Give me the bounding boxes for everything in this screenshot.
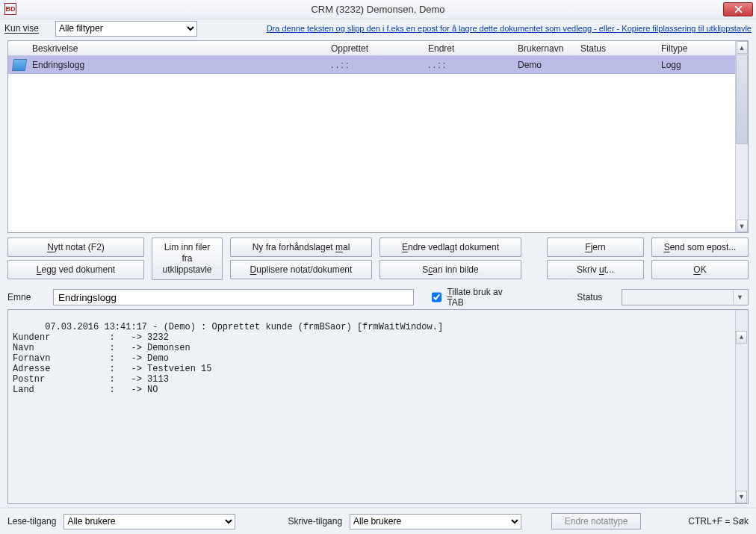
edit-attached-doc-button[interactable]: Endre vedlagt dokument	[379, 237, 521, 257]
grid-body: Endringslogg . . : : . . : : Demo Logg	[8, 56, 748, 232]
new-note-button[interactable]: Nytt notat (F2)	[7, 237, 144, 257]
cell-endret: . . : :	[424, 56, 513, 73]
kun-vise-label: Kun vise	[4, 23, 51, 34]
emne-label: Emne	[7, 292, 46, 302]
crm-window: BD CRM (3232) Demonsen, Demo Kun vise Al…	[0, 0, 756, 534]
table-row[interactable]: Endringslogg . . : : . . : : Demo Logg	[8, 56, 748, 74]
read-access-select[interactable]: Alle brukere	[63, 514, 235, 530]
subject-row: Emne Tillate bruk av TAB Status ▼	[0, 284, 756, 309]
cell-filtype: Logg	[657, 56, 718, 73]
change-notetype-button[interactable]: Endre notattype	[551, 513, 641, 530]
filetype-filter-select[interactable]: Alle filtyper	[55, 21, 197, 37]
paste-files-button[interactable]: Lim inn filer fra utklippstavle	[152, 237, 223, 280]
scroll-up-icon[interactable]: ▲	[737, 41, 748, 54]
scroll-down-icon[interactable]: ▼	[737, 220, 748, 232]
grid-scrollbar[interactable]: ▲ ▼	[735, 41, 748, 232]
drag-hint-link[interactable]: Dra denne teksten og slipp den i f.eks e…	[267, 24, 752, 33]
status-select[interactable]: ▼	[622, 289, 749, 305]
grid-header: Beskrivelse Opprettet Endret Brukernavn …	[8, 41, 748, 56]
new-from-template-button[interactable]: Ny fra forhåndslaget mal	[230, 237, 372, 257]
attach-document-button[interactable]: Legg ved dokument	[7, 260, 144, 279]
cell-brukernavn: Demo	[513, 56, 576, 73]
bottom-bar: Lese-tilgang Alle brukere Skrive-tilgang…	[0, 507, 756, 534]
write-access-select[interactable]: Alle brukere	[350, 514, 521, 530]
filter-toolbar: Kun vise Alle filtyper Dra denne teksten…	[0, 19, 756, 37]
allow-tab-input[interactable]	[432, 292, 441, 302]
scroll-up-icon[interactable]: ▲	[736, 331, 747, 344]
send-as-email-button[interactable]: Send som epost...	[651, 237, 749, 257]
remove-button[interactable]: Fjern	[547, 237, 644, 257]
print-button[interactable]: Skriv ut...	[547, 260, 644, 279]
col-opprettet[interactable]: Opprettet	[326, 41, 424, 55]
col-endret[interactable]: Endret	[424, 41, 513, 55]
cell-opprettet: . . : :	[326, 56, 424, 73]
scroll-thumb[interactable]	[736, 55, 748, 144]
allow-tab-checkbox[interactable]: Tillate bruk av TAB	[429, 287, 517, 308]
log-content: 07.03.2016 13:41:17 - (Demo) : Opprettet…	[13, 322, 443, 395]
ok-button[interactable]: OK	[651, 260, 749, 279]
scan-image-button[interactable]: Scan inn bilde	[379, 260, 521, 279]
chevron-down-icon: ▼	[733, 291, 746, 304]
scroll-down-icon[interactable]: ▼	[736, 491, 747, 503]
cell-status	[576, 56, 657, 73]
col-filtype[interactable]: Filtype	[657, 41, 718, 55]
duplicate-note-button[interactable]: Duplisere notat/dokument	[230, 260, 372, 279]
read-access-label: Lese-tilgang	[7, 516, 56, 527]
log-file-icon	[12, 59, 27, 71]
app-icon: BD	[4, 3, 16, 15]
search-shortcut-hint: CTRL+F = Søk	[688, 516, 749, 527]
cell-beskrivelse: Endringslogg	[28, 56, 326, 73]
documents-grid: Beskrivelse Opprettet Endret Brukernavn …	[7, 40, 749, 233]
log-scrollbar[interactable]: ▲ ▼	[735, 310, 748, 503]
col-brukernavn[interactable]: Brukernavn	[513, 41, 576, 55]
subject-input[interactable]	[53, 289, 414, 305]
grid-container: Beskrivelse Opprettet Endret Brukernavn …	[0, 37, 756, 235]
write-access-label: Skrive-tilgang	[288, 516, 342, 527]
col-status[interactable]: Status	[576, 41, 657, 55]
titlebar: BD CRM (3232) Demonsen, Demo	[0, 0, 756, 19]
close-button[interactable]	[723, 2, 753, 16]
col-beskrivelse[interactable]: Beskrivelse	[28, 41, 326, 55]
log-container: 07.03.2016 13:41:17 - (Demo) : Opprettet…	[0, 309, 756, 507]
window-title: CRM (3232) Demonsen, Demo	[311, 4, 444, 15]
status-label: Status	[577, 292, 613, 302]
action-button-bar: Nytt notat (F2) Lim inn filer fra utklip…	[0, 235, 756, 284]
close-icon	[734, 5, 743, 13]
log-textarea[interactable]: 07.03.2016 13:41:17 - (Demo) : Opprettet…	[7, 309, 749, 504]
